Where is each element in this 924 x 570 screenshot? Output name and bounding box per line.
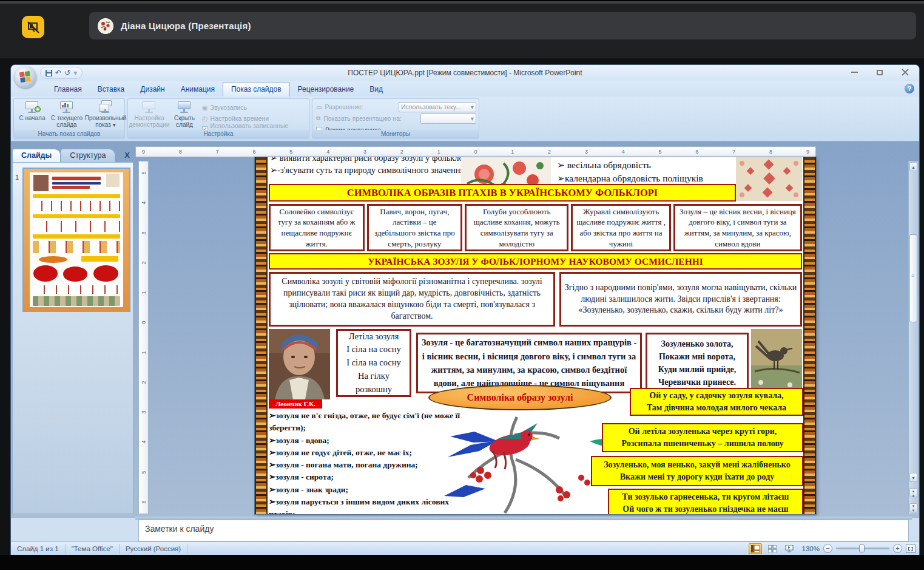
office-button[interactable]	[15, 66, 36, 88]
song-box-2[interactable]: Ой летіла зозуленька через круті гори, Р…	[602, 423, 803, 452]
tab-animatsiya[interactable]: Анимация	[173, 83, 223, 97]
zoom-out-button[interactable]: −	[823, 544, 832, 553]
custom-slideshow-button[interactable]: Произвольный показ ▾	[88, 101, 123, 131]
myth-right-box[interactable]: Згідно з народними повір'ями, зозуля мог…	[559, 272, 802, 327]
group-monitors: ▭ Разрешение: Использовать теку... ▾ ⧉ П…	[312, 98, 479, 139]
tab-outline[interactable]: Структура	[61, 149, 115, 162]
from-beginning-button[interactable]: С начала	[16, 101, 49, 131]
slides-panel-tabs: Слайды Структура X	[12, 148, 133, 162]
slide-thumbnail[interactable]	[22, 168, 130, 312]
group-start-slideshow: С начала С текущего слайда Произвольный …	[13, 98, 125, 139]
song-box-1[interactable]: Ой у саду, у садочку зозуля кувала, Там …	[630, 388, 803, 416]
zoom-slider-knob[interactable]	[859, 545, 865, 552]
notes-pane[interactable]: Заметки к слайду	[138, 520, 909, 541]
slide-canvas[interactable]: ➢ виявити характерні риси образу зозулі …	[255, 157, 816, 514]
group-label: Мониторы	[312, 130, 479, 138]
help-button[interactable]: ?	[905, 84, 914, 93]
custom-show-icon	[98, 101, 113, 114]
poem-letila-box[interactable]: Летіла зозуля І сіла на сосну І сіла на …	[336, 329, 411, 397]
presenter-pill[interactable]: Діана Цицюра (Презентація)	[89, 12, 916, 39]
slideshow-play-icon	[25, 101, 39, 114]
ribbon: С начала С текущего слайда Произвольный …	[11, 97, 919, 141]
bird-photo[interactable]	[751, 329, 802, 391]
slide-sorter-icon	[768, 545, 777, 552]
redo-button[interactable]: ↺	[64, 69, 70, 76]
normal-view-button[interactable]	[749, 543, 762, 554]
slideshow-view-button[interactable]	[783, 543, 796, 554]
meaning-box[interactable]: Зозуля - це багатозначущий символ наших …	[416, 333, 642, 393]
undo-button[interactable]: ↶	[55, 69, 61, 76]
close-button[interactable]	[897, 67, 913, 77]
myth-left-box[interactable]: Символіка зозулі у світовій міфології рі…	[269, 272, 555, 327]
hide-slide-button[interactable]: Скрыть слайд	[169, 101, 200, 131]
qat-customize-button[interactable]: ▾	[73, 69, 77, 76]
cuckoo-traits-list[interactable]: ➢зозуля не в'є гнізда, отже, не будує сі…	[269, 410, 473, 514]
card-pavych[interactable]: Павич, ворон, пугач, ластівки – це здебі…	[367, 204, 463, 251]
tab-glavnaya[interactable]: Главная	[46, 83, 90, 97]
vertical-scrollbar[interactable]: ▲ ▼ ▲▲ ▼▼	[908, 161, 919, 514]
vertical-ruler: 543 210 123 456	[138, 161, 149, 514]
show-on-icon: ⧉	[316, 115, 320, 122]
quick-access-toolbar: ↶ ↺ ▾	[40, 67, 83, 79]
fit-to-window-button[interactable]	[906, 545, 916, 553]
show-on-combo[interactable]: ▾	[420, 114, 476, 124]
scroll-down-button[interactable]: ▼	[909, 473, 917, 482]
chevron-down-icon: ▾	[471, 115, 474, 122]
slides-panel-body: 1	[12, 162, 133, 514]
zoom-level[interactable]: 130%	[802, 545, 820, 552]
banner-scientific[interactable]: УКРАЇНСЬКА ЗОЗУЛЯ У ФОЛЬКЛОРНОМУ НАУКОВО…	[269, 253, 802, 270]
resolution-combo[interactable]: Использовать теку... ▾	[399, 102, 476, 112]
presenter-name: Діана Цицюра (Презентація)	[121, 21, 251, 31]
bird-cards-row: Соловейко символізує тугу за коханням аб…	[269, 204, 802, 251]
theme-name[interactable]: "Тема Office"	[66, 544, 120, 554]
card-zhuravli[interactable]: Журавлі символізують щасливе подружнє жи…	[571, 204, 670, 251]
language-indicator[interactable]: Русский (Россия)	[120, 544, 187, 554]
office-logo-icon	[19, 71, 32, 83]
slide-number: 1	[15, 174, 19, 181]
tab-pokaz-slaidov[interactable]: Показ слайдов	[223, 82, 290, 97]
embroidery-image[interactable]	[736, 157, 802, 201]
next-slide-button[interactable]: ▼▼	[909, 503, 917, 512]
thumbnail-poster	[30, 172, 123, 307]
zoom-in-button[interactable]: +	[893, 544, 902, 553]
editing-area: Слайды Структура X 1	[11, 141, 919, 518]
setup-show-button[interactable]: Настройка демонстрации	[130, 101, 168, 131]
stop-presenting-button[interactable]	[22, 16, 44, 38]
photo-caption[interactable]: Леончик Г.К.	[269, 399, 322, 409]
song-box-4[interactable]: Ти зозулько гарнесенька, ти кругом літає…	[608, 489, 803, 514]
embroidery-border-left	[255, 157, 268, 514]
card-holuby[interactable]: Голуби уособлюють щасливе кохання, можут…	[465, 204, 568, 251]
panel-close-icon[interactable]: X	[121, 151, 133, 160]
scroll-up-button[interactable]: ▲	[909, 162, 917, 171]
show-on-label: Показать презентацию на:	[323, 115, 402, 122]
scrollbar-thumb[interactable]	[909, 234, 917, 322]
horizontal-ruler: 987 654 321 012 345 678 9	[135, 146, 816, 157]
tab-retsenzirovanie[interactable]: Рецензирование	[290, 83, 362, 97]
rites-textbox[interactable]: ➢ весільна обрядовість ➢календарна обряд…	[557, 160, 703, 184]
slide-sorter-view-button[interactable]	[766, 543, 779, 554]
poem-zolota-box[interactable]: Зозуленько золота, Покажи мні ворота, Ку…	[646, 333, 749, 393]
resolution-label: Разрешение:	[325, 103, 363, 110]
card-solovei[interactable]: Соловейко символізує тугу за коханням аб…	[269, 204, 365, 251]
title-bar[interactable]: ПОСТЕР ЦИЦЮРА.ppt [Режим совместимости] …	[11, 65, 919, 81]
tab-slides[interactable]: Слайды	[12, 149, 61, 162]
zoom-slider[interactable]	[836, 548, 889, 549]
previous-slide-button[interactable]: ▲▲	[909, 488, 917, 497]
slide-counter[interactable]: Слайд 1 из 1	[11, 544, 66, 554]
powerpoint-window: ПОСТЕР ЦИЦЮРА.ppt [Режим совместимости] …	[11, 65, 919, 555]
record-narration-option[interactable]: ◉ Звукозапись	[202, 103, 309, 112]
leonchyk-photo[interactable]	[269, 329, 330, 399]
slideshow-icon	[785, 545, 794, 552]
banner-birds-symbolism[interactable]: СИМВОЛІКА ОБРАЗІВ ПТАХІВ В УКРАЇНСЬКОМУ …	[269, 184, 736, 202]
embroidery-border-right	[803, 157, 816, 514]
save-button[interactable]	[46, 70, 52, 76]
tab-dizain[interactable]: Дизайн	[132, 83, 172, 97]
restore-button[interactable]	[872, 67, 888, 77]
tab-vstavka[interactable]: Вставка	[90, 83, 133, 97]
from-current-slide-button[interactable]: С текущего слайда	[50, 101, 83, 131]
group-label: Начать показ слайдов	[14, 130, 124, 138]
card-zozulia[interactable]: Зозуля – це вісник весни, і вісниця довг…	[673, 204, 802, 251]
tab-vid[interactable]: Вид	[362, 83, 391, 97]
minimize-button[interactable]	[846, 67, 862, 77]
song-box-3[interactable]: Зозуленько, моя ненько, закуй мені жаліб…	[591, 456, 803, 486]
